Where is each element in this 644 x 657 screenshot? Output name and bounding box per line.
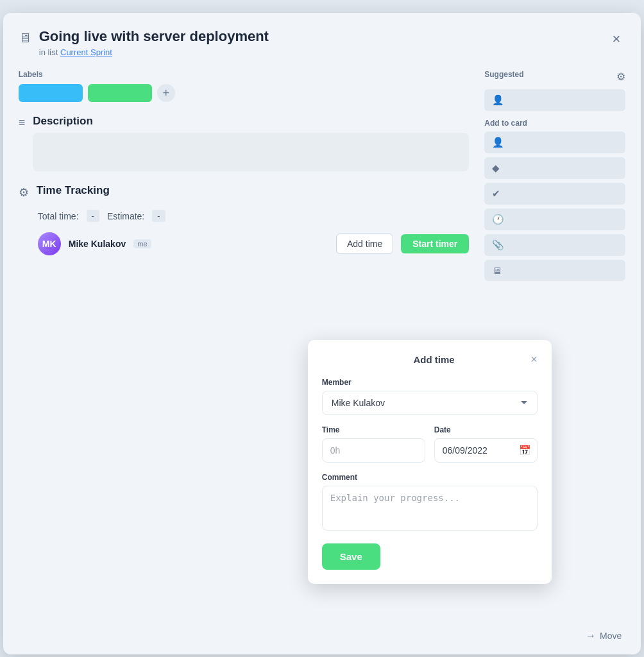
time-tracking-section: ⚙ Time Tracking [19,184,470,200]
suggested-label: Suggested [484,70,523,79]
labels-icon: ◆ [492,162,500,174]
date-field: Date 📅 [434,425,538,463]
description-input[interactable] [33,133,469,171]
card-title: Going live with server deployment [39,28,269,45]
card-modal: 🖥 Going live with server deployment in l… [3,13,641,654]
start-timer-button[interactable]: Start timer [401,234,469,253]
list-link[interactable]: Current Sprint [60,47,112,57]
card-icon: 🖥 [19,31,31,46]
sidebar: Suggested ⚙ 👤 Add to card 👤 ◆ ✔ 🕐 📎 [484,70,625,285]
estimate-value: - [152,210,165,222]
attachment-icon: 📎 [492,239,504,251]
estimate-label: Estimate: [107,211,144,221]
sidebar-item-suggested-member[interactable]: 👤 [484,89,625,111]
member-select[interactable]: Mike Kulakov [322,391,538,415]
time-date-row: Time Date 📅 [322,425,538,463]
modal-close-button[interactable]: × [607,28,625,50]
user-name: Mike Kulakov [69,239,126,249]
total-time-value: - [87,210,99,222]
add-time-popup: Add time × Member Mike Kulakov Time Date… [308,340,552,584]
main-content: Labels + ≡ Description ⚙ Time Tracking [19,70,470,285]
person-icon: 👤 [492,94,504,106]
calendar-icon: 📅 [519,445,531,456]
move-label: Move [600,631,622,641]
sidebar-item-dates[interactable]: 🕐 [484,209,625,230]
sidebar-item-cover[interactable]: 🖥 [484,260,625,281]
popup-close-button[interactable]: × [530,353,538,366]
clock-icon: 🕐 [492,214,504,225]
subtitle-text: in list [39,47,58,57]
sidebar-item-attachment[interactable]: 📎 [484,234,625,256]
move-button-area[interactable]: → Move [586,630,622,642]
move-arrow-icon: → [586,630,596,642]
labels-section-label: Labels [19,70,470,79]
title-area: 🖥 Going live with server deployment in l… [19,28,269,57]
description-title: Description [33,115,469,128]
date-wrapper: 📅 [434,438,538,463]
user-row: MK Mike Kulakov me Add time Start timer [38,232,470,255]
description-block: Description [33,115,469,171]
title-block: Going live with server deployment in lis… [39,28,269,57]
comment-field-label: Comment [322,473,538,482]
me-badge: me [133,239,151,248]
total-time-label: Total time: [38,211,79,221]
checklist-icon: ✔ [492,188,500,200]
labels-row: + [19,84,470,102]
description-icon: ≡ [19,116,26,130]
save-button[interactable]: Save [322,543,380,570]
time-field-label: Time [322,425,425,434]
comment-textarea[interactable] [322,486,538,531]
time-field: Time [322,425,425,463]
add-label-button[interactable]: + [157,84,175,102]
date-field-label: Date [434,425,538,434]
sidebar-item-checklist[interactable]: ✔ [484,183,625,205]
time-tracking-icon: ⚙ [19,185,29,200]
modal-header: 🖥 Going live with server deployment in l… [19,28,626,57]
gear-button[interactable]: ⚙ [616,71,625,83]
label-pill-blue[interactable] [19,84,83,102]
cover-icon: 🖥 [492,265,502,276]
time-row: Total time: - Estimate: - [38,210,470,222]
sidebar-item-labels[interactable]: ◆ [484,157,625,179]
card-subtitle: in list Current Sprint [39,47,269,57]
add-to-card-label: Add to card [484,119,625,128]
description-section: ≡ Description [19,115,470,171]
user-avatar: MK [38,232,61,255]
sidebar-item-members[interactable]: 👤 [484,132,625,153]
label-pill-green[interactable] [88,84,152,102]
add-time-button[interactable]: Add time [336,234,393,254]
popup-title: Add time [337,354,530,365]
popup-header: Add time × [322,353,538,366]
members-icon: 👤 [492,137,504,148]
member-field-label: Member [322,378,538,387]
content-area: Labels + ≡ Description ⚙ Time Tracking [19,70,626,285]
suggested-row: Suggested ⚙ [484,70,625,83]
time-input[interactable] [322,438,425,463]
time-tracking-title: Time Tracking [37,184,110,200]
